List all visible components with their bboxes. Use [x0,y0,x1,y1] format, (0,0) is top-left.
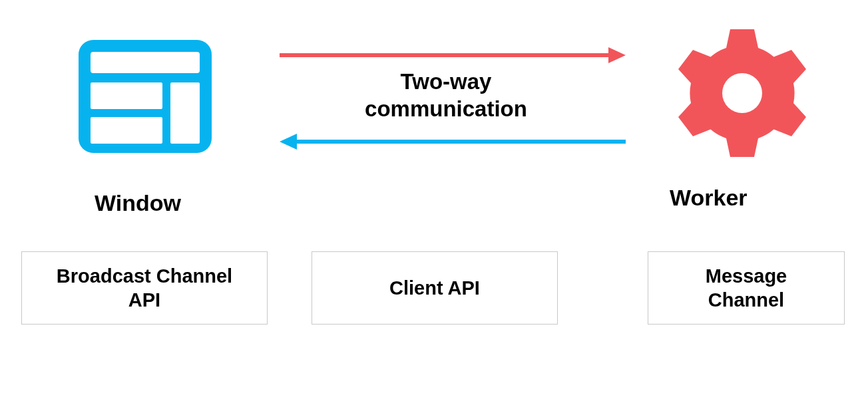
svg-rect-3 [91,117,162,144]
message-line2: Channel [708,289,784,311]
broadcast-line2: API [128,289,160,311]
client-api-text: Client API [389,276,480,300]
arrow-right-icon [280,45,626,68]
worker-label: Worker [670,185,748,211]
center-label-line1: Two-way [401,69,492,94]
message-line1: Message [706,265,787,287]
message-channel-box: Message Channel [648,251,845,325]
arrow-left-icon [280,132,626,154]
svg-rect-4 [170,82,200,144]
broadcast-line1: Broadcast Channel [57,265,232,287]
broadcast-channel-api-box: Broadcast Channel API [21,251,268,325]
svg-rect-2 [91,82,162,109]
gear-icon [676,27,809,162]
client-api-box: Client API [312,251,558,325]
center-label-line2: communication [365,96,527,121]
svg-marker-7 [608,47,626,63]
window-label: Window [95,190,181,216]
two-way-communication-label: Two-way communication [286,68,606,123]
svg-marker-9 [280,134,297,150]
svg-point-5 [722,73,762,113]
window-icon [79,40,212,156]
svg-rect-1 [91,52,200,73]
